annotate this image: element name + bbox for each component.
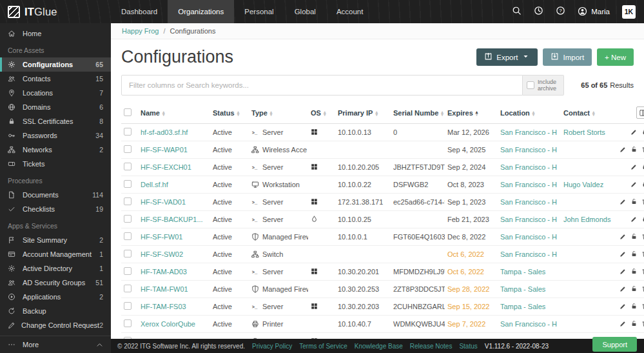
cell-location-link[interactable]: Tampa - Sales [498,281,561,298]
help-icon[interactable]: ? [556,6,565,18]
select-all-checkbox[interactable] [124,108,132,116]
row-checkbox[interactable] [124,267,132,275]
edit-action-icon[interactable] [630,163,638,170]
footer-link-knowledge-base[interactable]: Knowledge Base [355,343,403,350]
row-checkbox[interactable] [124,197,132,205]
unlock-action-icon[interactable] [630,320,638,327]
sidebar-item-change-control-request[interactable]: Change Control Request2 [0,318,111,332]
cell-location-link[interactable]: San Francisco - H [498,141,561,159]
nav-tab-account[interactable]: Account [326,0,374,23]
cell-location-link[interactable]: Tampa - Sales [498,263,561,281]
cell-contact-link[interactable] [561,228,612,246]
cell-contact-link[interactable] [561,159,612,176]
unlock-action-icon[interactable] [630,250,638,257]
edit-action-icon[interactable] [620,146,627,153]
include-archive-toggle[interactable]: Include archive [523,75,564,96]
sidebar-item-ad-security-groups[interactable]: AD Security Groups51 [0,276,111,290]
cell-location-link[interactable]: San Francisco - H [498,246,561,263]
cell-name-link[interactable]: HF-SF-EXCH01 [138,159,210,176]
cell-contact-link[interactable] [561,281,612,298]
column-picker-icon[interactable] [636,106,644,119]
lock-action-icon[interactable] [641,163,644,170]
row-checkbox[interactable] [124,302,132,310]
column-header-location[interactable]: Location▴▾ [498,102,561,124]
cell-name-link[interactable]: HF-SF-SW02 [138,246,210,263]
cell-contact-link[interactable] [561,298,612,316]
unlock-action-icon[interactable] [630,198,638,205]
user-menu[interactable]: Maria [578,6,610,17]
row-checkbox[interactable] [124,145,132,153]
sidebar-item-checklists[interactable]: Checklists19 [0,202,111,216]
cell-contact-link[interactable]: Hugo Valdez [561,176,612,194]
new-button[interactable]: + New [597,48,634,66]
sidebar-item-domains[interactable]: Domains6 [0,100,111,114]
footer-link-privacy-policy[interactable]: Privacy Policy [252,343,292,350]
itglue-logo[interactable]: ITGlue [0,6,111,18]
delete-action-icon[interactable] [641,320,644,327]
sidebar-item-home[interactable]: Home [0,26,111,41]
cell-location-link[interactable]: Tampa - Sales [498,298,561,316]
sidebar-item-ssl-certificates[interactable]: SSL Certificates8 [0,114,111,128]
row-checkbox[interactable] [124,180,132,188]
cell-contact-link[interactable] [561,263,612,281]
edit-action-icon[interactable] [620,320,627,327]
edit-action-icon[interactable] [630,128,638,136]
unlock-action-icon[interactable] [630,268,638,275]
cell-contact-link[interactable] [561,316,612,333]
cell-contact-link[interactable]: John Edmonds [561,211,612,228]
cell-location-link[interactable]: San Francisco - H [498,316,561,333]
sidebar-item-applications[interactable]: Applications2 [0,290,111,304]
lock-action-icon[interactable] [641,128,644,136]
cell-contact-link[interactable] [561,141,612,159]
edit-action-icon[interactable] [620,250,627,257]
row-checkbox[interactable] [124,215,132,223]
footer-link-terms-of-service[interactable]: Terms of Service [299,343,347,350]
edit-action-icon[interactable] [620,303,627,310]
edit-action-icon[interactable] [620,198,627,205]
unlock-action-icon[interactable] [630,233,638,240]
delete-action-icon[interactable] [641,233,644,240]
edit-action-icon[interactable] [620,285,627,292]
nav-tab-dashboard[interactable]: Dashboard [111,0,168,23]
include-archive-checkbox[interactable] [527,81,534,89]
column-header-expires[interactable]: Expires▴▾ [445,102,498,124]
row-checkbox[interactable] [124,232,132,240]
cell-name-link[interactable]: HF-TAM-FW01 [138,281,210,298]
export-button[interactable]: Export [476,48,538,66]
column-header-status[interactable]: Status▴▾ [210,102,249,124]
delete-action-icon[interactable] [641,285,644,292]
column-header-primary-ip[interactable]: Primary IP▴▾ [335,102,391,124]
unlock-action-icon[interactable] [630,146,638,153]
unlock-action-icon[interactable] [630,303,638,310]
cell-contact-link[interactable]: Robert Storts [561,124,612,141]
sidebar-item-site-summary[interactable]: Site Summary2 [0,233,111,247]
cell-name-link[interactable]: Dell.sf.hf [138,176,210,194]
nav-tab-global[interactable]: Global [284,0,326,23]
lock-action-icon[interactable] [641,181,644,188]
row-checkbox[interactable] [124,128,132,136]
cell-name-link[interactable]: HF-TAM-FS03 [138,298,210,316]
column-header-contact[interactable]: Contact▴▾ [561,102,612,124]
edit-action-icon[interactable] [630,181,638,188]
sidebar-item-tickets[interactable]: Tickets [0,157,111,171]
cell-location-link[interactable]: San Francisco - H [498,159,561,176]
unlock-action-icon[interactable] [630,285,638,292]
search-icon[interactable] [512,6,522,18]
kaseya-badge[interactable]: 1K [622,5,636,19]
cell-location-link[interactable]: San Francisco - H [498,124,561,141]
sidebar-item-more[interactable]: More [0,336,111,353]
cell-name-link[interactable]: Xerox ColorQube [138,316,210,333]
delete-action-icon[interactable] [641,146,644,153]
breadcrumb-org-link[interactable]: Happy Frog [122,27,159,35]
sidebar-item-backup[interactable]: Backup [0,304,111,318]
delete-action-icon[interactable] [641,268,644,275]
cell-location-link[interactable]: San Francisco - H [498,194,561,211]
cell-name-link[interactable]: hf-sf-ad03.sf.hf [138,124,210,141]
column-header-os[interactable]: OS▴▾ [308,102,335,124]
sidebar-item-active-directory[interactable]: Active Directory1 [0,261,111,276]
nav-tab-organizations[interactable]: Organizations [168,0,234,23]
cell-location-link[interactable]: San Francisco - H [498,176,561,194]
sidebar-item-documents[interactable]: Documents114 [0,188,111,202]
sidebar-item-contacts[interactable]: Contacts15 [0,72,111,86]
column-header-type[interactable]: Type▴▾ [249,102,308,124]
